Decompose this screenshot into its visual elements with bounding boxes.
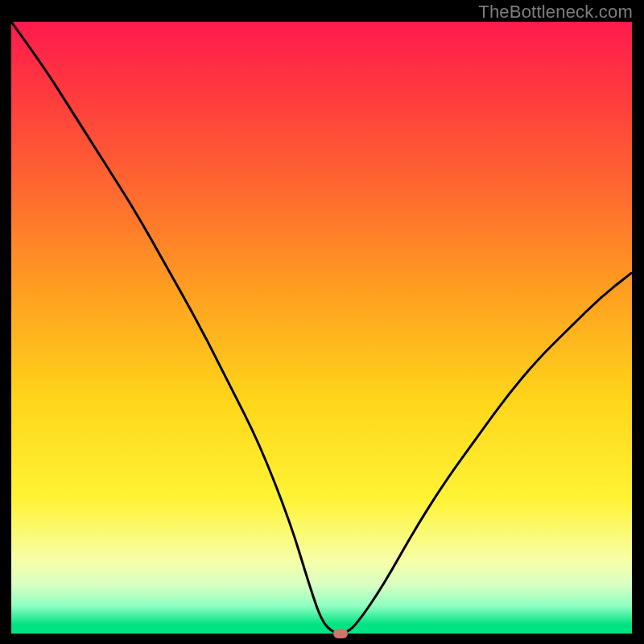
- optimal-point-marker: [333, 629, 348, 638]
- watermark-text: TheBottleneck.com: [478, 2, 633, 23]
- chart-frame: [11, 22, 632, 634]
- gradient-background: [11, 22, 632, 634]
- bottleneck-chart: [11, 22, 632, 634]
